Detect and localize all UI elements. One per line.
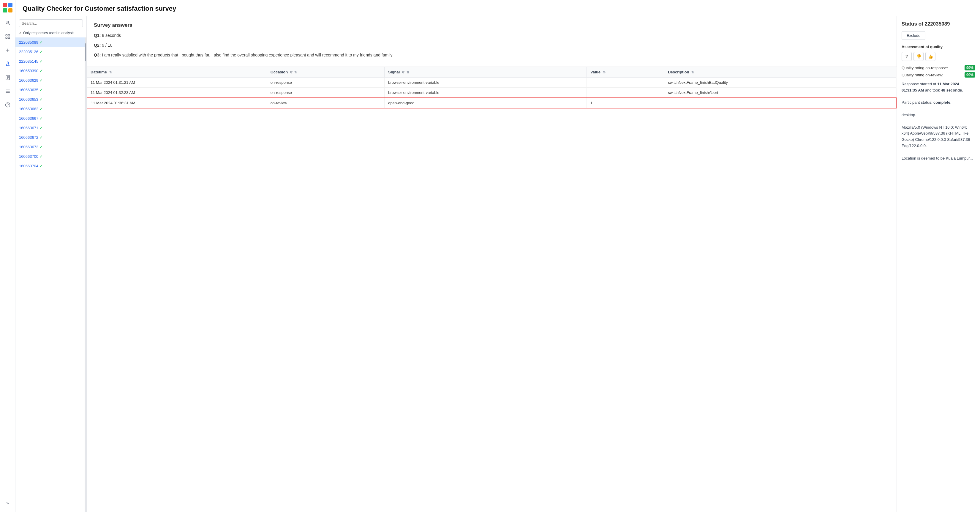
- table-row[interactable]: 11 Mar 2024 01:32:23 AM on-response brow…: [87, 88, 896, 98]
- response-id-link[interactable]: 160663635: [19, 88, 38, 92]
- list-item[interactable]: 160659390 ✓: [16, 66, 84, 75]
- occasion-filter-icon[interactable]: ▽: [290, 70, 292, 74]
- meta-status-value: complete: [933, 100, 950, 105]
- meta-participant-status: Participant status: complete.: [902, 100, 975, 106]
- list-item[interactable]: 222035089 ✓: [16, 37, 84, 47]
- check-icon: ✓: [40, 144, 43, 149]
- q3-label: Q3:: [94, 53, 101, 57]
- unknown-quality-button[interactable]: ?: [902, 52, 912, 61]
- sidebar-scrollbar[interactable]: [84, 37, 86, 512]
- cell-signal: open-end-good: [385, 98, 587, 108]
- response-id-link[interactable]: 160663672: [19, 135, 38, 140]
- q2-label: Q2:: [94, 43, 101, 48]
- response-id-link[interactable]: 222035126: [19, 49, 38, 54]
- list-item[interactable]: 160663704 ✓: [16, 161, 84, 171]
- description-sort-icon[interactable]: ⇅: [691, 70, 694, 74]
- datetime-sort-icon[interactable]: ⇅: [109, 70, 112, 74]
- search-input[interactable]: [19, 19, 83, 27]
- person-icon[interactable]: [3, 19, 12, 27]
- check-icon: ✓: [40, 116, 43, 121]
- table-row[interactable]: 11 Mar 2024 01:36:31 AM on-review open-e…: [87, 98, 896, 108]
- expand-nav-icon[interactable]: »: [3, 499, 12, 507]
- list-item[interactable]: 160663635 ✓: [16, 85, 84, 94]
- signal-filter-icon[interactable]: ▽: [402, 70, 404, 74]
- check-icon: ✓: [40, 154, 43, 159]
- list-item[interactable]: 222035126 ✓: [16, 47, 84, 56]
- meta-participant-label: Participant status:: [902, 100, 933, 105]
- meta-time: 01:31:35 AM: [902, 88, 924, 93]
- response-id-link[interactable]: 160663704: [19, 164, 38, 168]
- table-row[interactable]: 11 Mar 2024 01:31:21 AM on-response brow…: [87, 78, 896, 88]
- col-signal-label: Signal: [388, 70, 400, 74]
- col-description-label: Description: [668, 70, 689, 74]
- check-icon: ✓: [40, 59, 43, 64]
- signal-sort-icon[interactable]: ⇅: [407, 70, 409, 74]
- exclude-button[interactable]: Exclude: [902, 31, 925, 40]
- response-id-link[interactable]: 160663673: [19, 145, 38, 149]
- svg-rect-5: [6, 35, 7, 36]
- col-occasion[interactable]: Occasion ▽ ⇅: [267, 67, 385, 78]
- filter-toggle[interactable]: ✓ Only responses used in analysis: [16, 30, 86, 37]
- cell-signal: browser-environment-variable: [385, 88, 587, 98]
- list-item[interactable]: 160663629 ✓: [16, 75, 84, 85]
- list-item[interactable]: 160663672 ✓: [16, 132, 84, 142]
- response-id-link[interactable]: 160659390: [19, 69, 38, 73]
- status-title: Status of 222035089: [902, 21, 975, 27]
- chart-icon[interactable]: [3, 32, 12, 41]
- col-datetime-label: Datetime: [91, 70, 107, 74]
- response-id-link[interactable]: 222035145: [19, 59, 38, 64]
- q2-row: Q2: 9 / 10: [94, 42, 889, 48]
- cell-value: [587, 78, 664, 88]
- value-sort-icon[interactable]: ⇅: [603, 70, 606, 74]
- cell-occasion: on-review: [267, 98, 385, 108]
- cell-occasion: on-response: [267, 78, 385, 88]
- response-id-link[interactable]: 160663667: [19, 116, 38, 121]
- search-container: [16, 16, 86, 30]
- thumbs-up-button[interactable]: 👍: [925, 52, 935, 61]
- flask-icon[interactable]: [3, 60, 12, 68]
- events-table-section: Datetime ⇅ Occasion ▽ ⇅ Signal ▽: [87, 67, 897, 512]
- left-navigation: »: [0, 0, 16, 512]
- list-item[interactable]: 160663653 ✓: [16, 94, 84, 104]
- response-id-link[interactable]: 222035089: [19, 40, 38, 45]
- list-icon[interactable]: [3, 87, 12, 96]
- meta-ua: Mozilla/5.0 (Windows NT 10.0; Win64; x64…: [902, 124, 975, 149]
- svg-rect-8: [8, 37, 10, 38]
- response-id-link[interactable]: 160663653: [19, 97, 38, 102]
- svg-point-4: [7, 21, 9, 23]
- list-item[interactable]: 160663700 ✓: [16, 152, 84, 161]
- meta-response-started-label: Response started at: [902, 82, 937, 86]
- svg-rect-2: [3, 8, 7, 13]
- response-id-link[interactable]: 160663662: [19, 107, 38, 111]
- assessment-title: Assessment of quality: [902, 45, 975, 49]
- list-item[interactable]: 160663662 ✓: [16, 104, 84, 113]
- list-item[interactable]: 160663673 ✓: [16, 142, 84, 152]
- table-header-row: Datetime ⇅ Occasion ▽ ⇅ Signal ▽: [87, 67, 896, 78]
- meta-seconds: 48 seconds: [941, 88, 962, 93]
- occasion-sort-icon[interactable]: ⇅: [294, 70, 297, 74]
- list-item[interactable]: 160663667 ✓: [16, 113, 84, 123]
- thumbs-down-button[interactable]: 👎: [913, 52, 924, 61]
- response-id-link[interactable]: 160663671: [19, 126, 38, 130]
- quality-buttons-group: ? 👎 👍: [902, 52, 975, 61]
- col-value[interactable]: Value ⇅: [587, 67, 664, 78]
- check-icon: ✓: [40, 163, 43, 168]
- middle-panel: Survey answers Q1: 8 seconds Q2: 9 / 10 …: [87, 16, 897, 512]
- events-table: Datetime ⇅ Occasion ▽ ⇅ Signal ▽: [87, 67, 897, 108]
- check-icon: ✓: [40, 106, 43, 111]
- cell-description: [664, 98, 896, 108]
- col-description[interactable]: Description ⇅: [664, 67, 896, 78]
- status-panel: Status of 222035089 Exclude Assessment o…: [897, 16, 980, 512]
- response-id-link[interactable]: 160663700: [19, 154, 38, 159]
- col-datetime[interactable]: Datetime ⇅: [87, 67, 267, 78]
- list-item[interactable]: 222035145 ✓: [16, 56, 84, 66]
- cell-occasion: on-response: [267, 88, 385, 98]
- doc-icon[interactable]: [3, 73, 12, 82]
- response-id-link[interactable]: 160663629: [19, 78, 38, 83]
- col-signal[interactable]: Signal ▽ ⇅: [385, 67, 587, 78]
- list-item[interactable]: 160663671 ✓: [16, 123, 84, 132]
- svg-rect-1: [8, 3, 13, 7]
- plus-icon[interactable]: [3, 46, 12, 54]
- svg-rect-3: [8, 8, 13, 13]
- help-icon[interactable]: [3, 101, 12, 109]
